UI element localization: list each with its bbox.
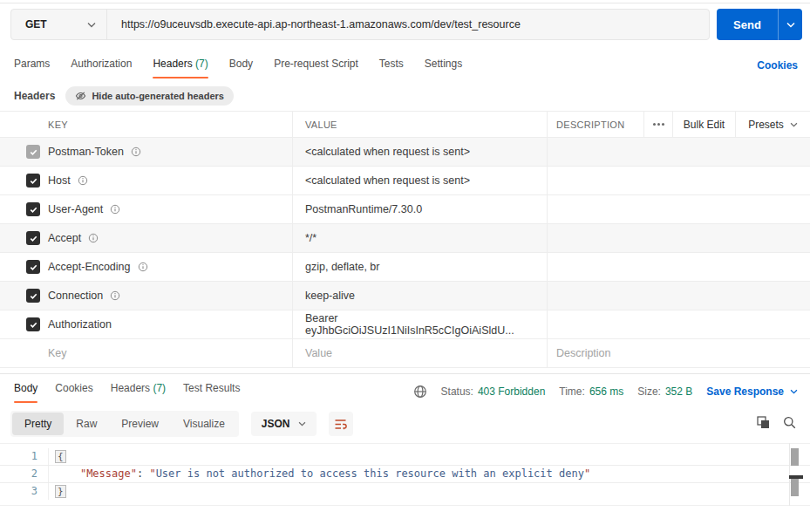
tab-tests[interactable]: Tests (379, 58, 404, 78)
method-select[interactable]: GET (11, 10, 107, 39)
chevron-down-icon (790, 389, 798, 394)
scrollbar-track[interactable] (789, 443, 790, 506)
size-badge: Size:352 B (637, 385, 692, 398)
copy-icon[interactable] (757, 416, 770, 429)
tab-params[interactable]: Params (14, 58, 50, 78)
view-mode-visualize[interactable]: Visualize (171, 413, 237, 435)
response-toolbar: Pretty Raw Preview Visualize JSON (10, 411, 353, 437)
header-key: Connection (48, 290, 103, 302)
response-tab-headers[interactable]: Headers (7) (111, 382, 166, 403)
column-header-key: KEY (48, 112, 292, 137)
more-options-button[interactable] (643, 112, 672, 137)
headers-section-title: Headers (14, 90, 55, 102)
view-mode-pretty[interactable]: Pretty (12, 413, 64, 435)
request-tabs: Params Authorization Headers (7) Body Pr… (14, 58, 462, 78)
table-row: User-Agent PostmanRuntime/7.30.0 (0, 195, 810, 224)
globe-icon[interactable] (413, 385, 427, 399)
headers-count: (7) (195, 58, 208, 70)
save-response-button[interactable]: Save Response (706, 385, 798, 398)
tab-body[interactable]: Body (229, 58, 253, 78)
header-key: Host (48, 174, 71, 187)
table-row: Connection keep-alive (0, 282, 810, 310)
header-description[interactable] (547, 195, 810, 223)
view-mode-preview[interactable]: Preview (109, 413, 171, 435)
scrollbar-thumb[interactable] (791, 448, 799, 466)
response-tab-body[interactable]: Body (14, 382, 37, 403)
response-tab-test-results[interactable]: Test Results (183, 382, 240, 403)
key-placeholder[interactable]: Key (48, 347, 292, 359)
description-placeholder[interactable]: Description (547, 339, 810, 367)
header-value[interactable]: <calculated when request is sent> (292, 167, 547, 194)
format-dropdown[interactable]: JSON (251, 412, 317, 436)
chevron-down-icon (786, 22, 795, 28)
line-number: 2 (0, 466, 49, 482)
headers-subheader: Headers Hide auto-generated headers (14, 86, 234, 106)
info-icon (110, 290, 120, 301)
send-button[interactable]: Send (717, 9, 778, 40)
header-description[interactable] (547, 310, 810, 338)
header-value[interactable]: gzip, deflate, br (292, 253, 547, 281)
row-checkbox-checked[interactable] (26, 289, 40, 303)
wrap-lines-button[interactable] (329, 412, 353, 436)
response-body-viewer: 1 { 2 "Message": "User is not authorized… (0, 443, 810, 506)
row-checkbox-checked[interactable] (26, 231, 40, 245)
header-description[interactable] (547, 138, 810, 166)
header-description[interactable] (547, 167, 810, 194)
search-icon[interactable] (783, 416, 796, 429)
headers-table: KEY VALUE DESCRIPTION Bulk Edit Presets … (0, 111, 810, 368)
tab-authorization[interactable]: Authorization (71, 58, 132, 78)
tab-headers[interactable]: Headers (7) (153, 58, 208, 78)
header-value[interactable]: */* (292, 224, 547, 252)
view-mode-raw[interactable]: Raw (64, 413, 109, 435)
header-description[interactable] (547, 224, 810, 252)
header-value[interactable]: keep-alive (292, 282, 547, 310)
presets-dropdown[interactable]: Presets (735, 112, 810, 137)
info-icon (78, 175, 88, 186)
code-line-active: 2 "Message": "User is not authorized to … (0, 465, 810, 483)
open-brace: { (55, 450, 66, 463)
table-row: Postman-Token <calculated when request i… (0, 138, 810, 167)
scrollbar-thumb[interactable] (791, 479, 799, 496)
header-key: User-Agent (48, 203, 103, 215)
header-description[interactable] (547, 253, 810, 281)
url-input[interactable]: https://o9uceuvsdb.execute-api.ap-northe… (107, 10, 709, 39)
response-headers-count: (7) (153, 382, 166, 394)
json-key: "Message" (80, 467, 137, 480)
header-value[interactable]: <calculated when request is sent> (292, 138, 547, 166)
line-number: 3 (0, 483, 49, 500)
response-tab-cookies[interactable]: Cookies (55, 382, 92, 403)
bulk-edit-button[interactable]: Bulk Edit (672, 112, 735, 137)
row-checkbox-checked[interactable] (26, 145, 40, 159)
table-row: Accept */* (0, 224, 810, 253)
request-bar: GET https://o9uceuvsdb.execute-api.ap-no… (10, 9, 802, 40)
wrap-lines-icon (334, 418, 347, 431)
row-checkbox-checked[interactable] (26, 260, 40, 274)
header-value[interactable]: PostmanRuntime/7.30.0 (292, 195, 547, 223)
status-badge: Status:403 Forbidden (441, 385, 546, 398)
row-checkbox-checked[interactable] (26, 174, 40, 188)
value-placeholder[interactable]: Value (292, 339, 547, 367)
info-icon (88, 233, 99, 243)
code-line: 3 } (0, 483, 810, 500)
tab-settings[interactable]: Settings (425, 58, 462, 78)
response-section-divider (0, 373, 810, 374)
info-icon (110, 204, 120, 215)
chevron-down-icon (790, 122, 798, 127)
view-mode-switcher: Pretty Raw Preview Visualize (10, 411, 239, 437)
more-options-icon (657, 123, 660, 126)
send-button-group: Send (717, 9, 802, 40)
header-value[interactable]: Bearer eyJhbGciOiJSUzI1NiIsInR5cCIgOiAiS… (292, 310, 547, 338)
column-header-value: VALUE (292, 112, 547, 137)
row-checkbox-checked[interactable] (26, 202, 40, 216)
cookies-link[interactable]: Cookies (757, 59, 798, 72)
tab-pre-request-script[interactable]: Pre-request Script (274, 58, 358, 78)
chevron-down-icon (298, 421, 306, 426)
hide-autogenerated-headers-button[interactable]: Hide auto-generated headers (65, 86, 234, 106)
row-checkbox-checked[interactable] (26, 317, 40, 331)
header-key: Accept (48, 232, 81, 244)
column-header-description: DESCRIPTION (547, 112, 643, 137)
table-row: Authorization Bearer eyJhbGciOiJSUzI1NiI… (0, 310, 810, 339)
close-brace: } (55, 485, 66, 498)
send-options-button[interactable] (778, 9, 802, 40)
header-description[interactable] (547, 282, 810, 310)
